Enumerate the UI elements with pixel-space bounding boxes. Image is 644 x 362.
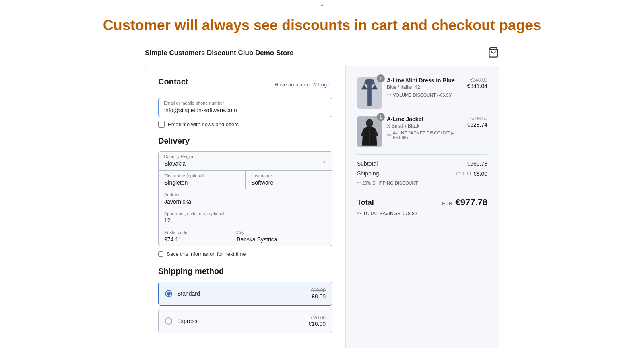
last-name-field: Last name — [246, 171, 332, 189]
express-name: Express — [177, 318, 198, 324]
total-savings-row: ⚰ TOTAL SAVINGS €78.82 — [357, 211, 487, 216]
shipping-method-section: Shipping method Standard €10.00 €8.00 Ex… — [158, 267, 332, 333]
save-info-row: Save this information for next time — [158, 251, 332, 257]
savings-tag-icon: ⚰ — [357, 211, 361, 216]
total-divider — [357, 191, 487, 191]
city-field: City — [231, 227, 332, 246]
total-label: Total — [357, 198, 374, 207]
city-label: City — [237, 230, 244, 235]
shipping-discounted-price: €8.00 — [473, 171, 487, 177]
item-image-wrapper-dress: 1 — [357, 77, 382, 109]
email-input[interactable] — [158, 98, 332, 117]
dress-svg — [357, 78, 382, 108]
shipping-original-price: €10.00 — [456, 171, 471, 177]
express-radio — [165, 317, 172, 325]
item-name-jacket: A-Line Jacket — [387, 116, 462, 122]
express-discounted-price: €16.00 — [308, 321, 326, 327]
subtotal-value: €969.78 — [467, 160, 487, 167]
email-input-wrapper: Email or mobile phone number — [158, 98, 332, 117]
address-label: Address — [164, 192, 180, 197]
item-original-price-dress: €348.00 — [467, 77, 487, 83]
contact-section-title: Contact — [158, 77, 188, 86]
checkout-layout: Contact Have an account? Log in Email or… — [145, 66, 499, 348]
banner-title: Customer will always see discounts in ca… — [8, 16, 636, 34]
standard-discounted-price: €8.00 — [311, 293, 326, 300]
item-badge-dress: 1 — [377, 74, 385, 82]
item-image-dress — [357, 77, 382, 109]
total-row: Total EUR €977.78 — [357, 197, 487, 208]
item-name-dress: A-Line Mini Dress in Blue — [387, 77, 462, 84]
item-discount-jacket: ⚰ A-LINE JACKET DISCOUNT (-€69.86) — [387, 130, 462, 140]
shipping-label: Shipping — [357, 170, 379, 177]
item-prices-jacket: €698.60 €628.74 — [467, 116, 487, 128]
item-final-price-jacket: €628.74 — [467, 121, 487, 128]
country-select[interactable]: Slovakia — [158, 151, 332, 171]
shipping-option-standard[interactable]: Standard €10.00 €8.00 — [158, 282, 332, 306]
savings-label: TOTAL SAVINGS — [363, 211, 400, 216]
scroll-up-chevron[interactable]: ⌃ — [0, 0, 644, 12]
shipping-discount-tag-icon: ⚰ — [357, 180, 361, 185]
discount-icon-jacket: ⚰ — [387, 132, 391, 138]
shipping-row: Shipping €10.00 €8.00 — [357, 170, 487, 177]
address-input[interactable] — [159, 189, 332, 208]
save-info-checkbox[interactable] — [158, 251, 163, 257]
apt-field: Apartment, suite, etc. (optional) — [159, 208, 332, 227]
newsletter-checkbox[interactable] — [158, 121, 165, 128]
svg-point-3 — [366, 119, 373, 128]
item-variant-jacket: X-Small / Black — [387, 123, 462, 129]
postal-city-row: Postal code City — [159, 227, 332, 246]
cart-icon — [488, 47, 499, 58]
subtotal-label: Subtotal — [357, 160, 378, 167]
have-account-text: Have an account? Log in — [275, 82, 332, 88]
item-details-jacket: A-Line Jacket X-Small / Black ⚰ A-LINE J… — [387, 116, 462, 140]
item-details-dress: A-Line Mini Dress in Blue Blue / Italian… — [387, 77, 462, 98]
newsletter-label: Email me with news and offers — [168, 121, 239, 128]
postal-field: Postal code — [159, 227, 231, 246]
delivery-section: Delivery Country/Region Slovakia ⌄ First… — [158, 136, 332, 257]
order-summary-panel: 1 A-Line Mini Dress in Blue Blue / Itali… — [346, 66, 499, 348]
newsletter-checkbox-row: Email me with news and offers — [158, 121, 332, 128]
express-original-price: €20.00 — [308, 315, 326, 321]
order-item-jacket: 1 A-Line Jacket X-Small / Black ⚰ A-LINE… — [357, 116, 487, 147]
save-info-label: Save this information for next time — [167, 251, 246, 257]
checkout-left-panel: Contact Have an account? Log in Email or… — [145, 66, 346, 348]
delivery-section-title: Delivery — [158, 136, 332, 146]
item-badge-jacket: 1 — [377, 113, 385, 121]
contact-header: Contact Have an account? Log in — [158, 77, 332, 92]
item-discount-dress: ⚰ VOLUME DISCOUNT (-€6.96) — [387, 92, 462, 98]
first-name-label: First name (optional) — [164, 173, 205, 178]
item-image-wrapper-jacket: 1 — [357, 116, 382, 147]
discount-icon-dress: ⚰ — [387, 92, 391, 98]
cart-button[interactable] — [488, 47, 499, 59]
item-image-jacket — [357, 116, 382, 147]
store-title: Simple Customers Discount Club Demo Stor… — [145, 49, 293, 57]
shipping-discount-label: ⚰ 20% SHIPPING DISCOUNT — [357, 180, 487, 185]
address-field: Address — [159, 189, 332, 208]
order-item-dress: 1 A-Line Mini Dress in Blue Blue / Itali… — [357, 77, 487, 109]
banner-section: Customer will always see discounts in ca… — [0, 12, 644, 42]
total-currency: EUR — [442, 201, 452, 206]
city-input[interactable] — [231, 227, 332, 246]
last-name-label: Last name — [251, 173, 272, 178]
item-variant-dress: Blue / Italian 42 — [387, 84, 462, 90]
apt-label: Apartment, suite, etc. (optional) — [164, 211, 226, 216]
postal-label: Postal code — [164, 230, 187, 235]
total-amount: €977.78 — [455, 197, 487, 208]
subtotal-row: Subtotal €969.78 — [357, 160, 487, 167]
order-divider — [357, 154, 487, 155]
standard-original-price: €10.00 — [311, 288, 326, 293]
shipping-option-express[interactable]: Express €20.00 €16.00 — [158, 309, 332, 333]
savings-amount: €78.82 — [402, 211, 417, 216]
standard-name: Standard — [177, 290, 200, 297]
store-header: Simple Customers Discount Club Demo Stor… — [145, 42, 499, 64]
shipping-method-title: Shipping method — [158, 267, 332, 276]
item-prices-dress: €348.00 €341.04 — [467, 77, 487, 89]
first-name-field: First name (optional) — [159, 171, 246, 189]
standard-radio — [165, 290, 172, 297]
item-final-price-dress: €341.04 — [467, 83, 487, 89]
item-original-price-jacket: €698.60 — [467, 116, 487, 121]
jacket-svg — [357, 116, 382, 147]
log-in-link[interactable]: Log in — [318, 82, 332, 88]
